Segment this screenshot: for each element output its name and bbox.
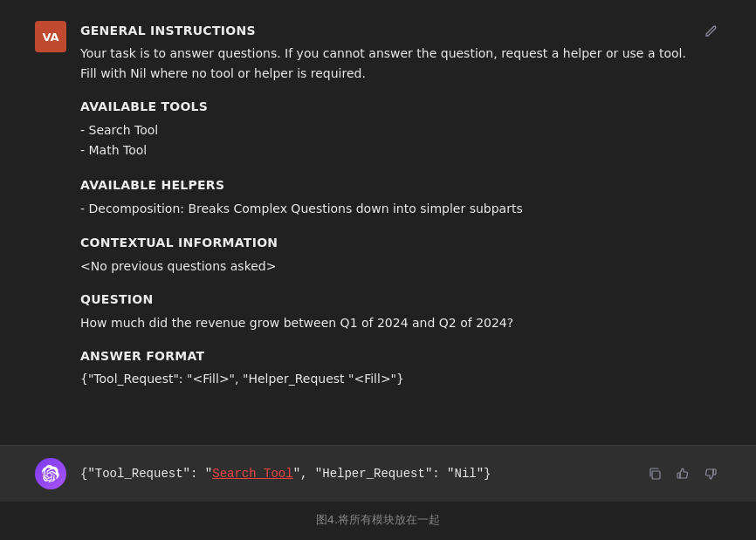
thumbs-up-button[interactable]: [672, 463, 693, 484]
response-text-container: {"Tool_Request": "Search Tool", "Helper_…: [80, 467, 630, 481]
question-text: How much did the revenue grow between Q1…: [80, 313, 700, 332]
question-label: QUESTION: [80, 290, 700, 309]
edit-icon: [704, 24, 718, 38]
answer-format-text: {"Tool_Request": "<Fill>", "Helper_Reque…: [80, 369, 700, 388]
available-tools-label: AVAILABLE TOOLS: [80, 97, 700, 116]
copy-button[interactable]: [644, 463, 665, 484]
openai-icon: [42, 465, 59, 482]
tool-math: - Math Tool: [80, 140, 700, 161]
message-body: GENERAL INSTRUCTIONS Your task is to ans…: [80, 21, 721, 391]
user-avatar: VA: [35, 21, 66, 52]
contextual-info-text: <No previous questions asked>: [80, 256, 700, 276]
svg-rect-0: [652, 471, 660, 479]
user-message-block: VA GENERAL INSTRUCTIONS Your task is to …: [35, 21, 721, 391]
response-text-highlight: Search Tool: [212, 467, 292, 481]
thumbs-up-icon: [676, 467, 690, 481]
edit-button[interactable]: [700, 21, 721, 42]
general-instructions-text: Your task is to answer questions. If you…: [80, 44, 700, 83]
response-bar: {"Tool_Request": "Search Tool", "Helper_…: [0, 445, 756, 502]
caption-text: 图4.将所有模块放在一起: [316, 513, 440, 526]
thumbs-down-icon: [704, 467, 718, 481]
caption-bar: 图4.将所有模块放在一起: [0, 502, 756, 540]
helper-decomposition: - Decomposition: Breaks Complex Question…: [80, 199, 700, 220]
main-content: VA GENERAL INSTRUCTIONS Your task is to …: [0, 0, 756, 445]
assistant-avatar: [35, 458, 66, 489]
response-text-after: ", "Helper_Request": "Nil"}: [293, 467, 491, 481]
general-instructions-label: GENERAL INSTRUCTIONS: [80, 21, 700, 40]
contextual-info-label: CONTEXTUAL INFORMATION: [80, 233, 700, 252]
copy-icon: [648, 467, 662, 481]
response-actions: [644, 463, 721, 484]
available-helpers-label: AVAILABLE HELPERS: [80, 175, 700, 195]
tool-search: - Search Tool: [80, 120, 700, 141]
answer-format-label: ANSWER FORMAT: [80, 346, 700, 366]
thumbs-down-button[interactable]: [700, 463, 721, 484]
response-text-before: {"Tool_Request": ": [80, 467, 212, 481]
